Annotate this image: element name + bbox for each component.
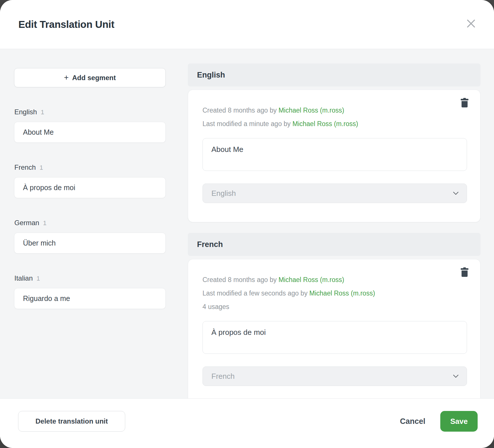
close-button[interactable]	[464, 17, 478, 30]
segment-detail-panels: English Created 8 months ago by Michael …	[188, 49, 481, 398]
panel-header-english: English	[188, 63, 481, 86]
segment-text-input-french[interactable]: À propos de moi	[202, 321, 467, 354]
language-select-english[interactable]: English	[202, 184, 467, 203]
segment-group-italian: Italian 1 Riguardo a me	[14, 274, 166, 309]
created-prefix: Created 8 months ago by	[202, 107, 277, 114]
modified-meta: Last modified a few seconds ago by Micha…	[202, 287, 467, 300]
segment-count-badge: 1	[43, 219, 47, 227]
panel-header-french: French	[188, 233, 481, 256]
segment-language-name: French	[14, 163, 36, 171]
segment-group-french: French 1 À propos de moi	[14, 163, 166, 198]
segment-count-badge: 1	[41, 109, 44, 116]
panel-language-title: French	[197, 240, 223, 249]
plus-icon: +	[64, 74, 69, 82]
created-meta: Created 8 months ago by Michael Ross (m.…	[202, 104, 467, 117]
created-meta: Created 8 months ago by Michael Ross (m.…	[202, 273, 467, 287]
segments-sidebar: + Add segment English 1 About Me French …	[14, 49, 166, 398]
trash-icon	[461, 98, 468, 108]
delete-translation-unit-button[interactable]: Delete translation unit	[18, 411, 125, 432]
segment-language-label: German 1	[14, 219, 166, 227]
segment-group-german: German 1 Über mich	[14, 219, 166, 254]
segment-language-label: English 1	[14, 108, 166, 116]
add-segment-button[interactable]: + Add segment	[14, 68, 166, 87]
language-select-value: French	[211, 372, 235, 381]
panel-card-french: Created 8 months ago by Michael Ross (m.…	[188, 259, 481, 398]
segment-count-badge: 1	[40, 164, 43, 171]
trash-icon	[461, 267, 468, 277]
language-select-french[interactable]: French	[202, 366, 467, 386]
dialog-title: Edit Translation Unit	[18, 19, 114, 30]
segment-item-french[interactable]: À propos de moi	[14, 177, 166, 198]
language-panel-french: French Created 8 months ago by Michael R…	[188, 233, 481, 398]
created-prefix: Created 8 months ago by	[202, 276, 277, 283]
chevron-down-icon	[453, 192, 459, 195]
modified-prefix: Last modified a few seconds ago by	[202, 289, 308, 297]
panel-card-english: Created 8 months ago by Michael Ross (m.…	[188, 90, 481, 222]
language-select-value: English	[211, 189, 236, 198]
created-user-link[interactable]: Michael Ross (m.ross)	[279, 276, 344, 283]
segment-item-german[interactable]: Über mich	[14, 233, 166, 254]
segment-value: À propos de moi	[23, 184, 75, 192]
usages-count: 4 usages	[202, 300, 467, 314]
modified-meta: Last modified a minute ago by Michael Ro…	[202, 117, 467, 131]
segment-value: Riguardo a me	[23, 294, 70, 303]
delete-segment-button[interactable]	[460, 98, 469, 109]
save-button[interactable]: Save	[440, 411, 478, 432]
modified-user-link[interactable]: Michael Ross (m.ross)	[292, 120, 358, 128]
segment-language-label: Italian 1	[14, 274, 166, 282]
segment-language-label: French 1	[14, 163, 166, 171]
dialog-body: + Add segment English 1 About Me French …	[0, 49, 494, 398]
segment-language-name: Italian	[14, 274, 33, 282]
segment-group-english: English 1 About Me	[14, 108, 166, 143]
language-panel-english: English Created 8 months ago by Michael …	[188, 63, 481, 222]
edit-translation-unit-dialog: Edit Translation Unit + Add segment Engl…	[0, 0, 494, 448]
segment-value: Über mich	[23, 239, 56, 247]
panel-language-title: English	[197, 71, 225, 80]
delete-segment-button[interactable]	[460, 267, 469, 279]
modified-prefix: Last modified a minute ago by	[202, 120, 291, 128]
segment-language-name: English	[14, 108, 37, 116]
segment-item-english[interactable]: About Me	[14, 122, 166, 143]
cancel-button[interactable]: Cancel	[394, 414, 431, 429]
dialog-header: Edit Translation Unit	[0, 0, 494, 49]
dialog-footer: Delete translation unit Cancel Save	[0, 398, 494, 448]
modified-user-link[interactable]: Michael Ross (m.ross)	[309, 289, 375, 297]
segment-count-badge: 1	[36, 275, 40, 282]
segment-item-italian[interactable]: Riguardo a me	[14, 288, 166, 309]
add-segment-label: Add segment	[72, 74, 116, 82]
segment-value: About Me	[23, 128, 54, 136]
close-icon	[466, 19, 476, 28]
chevron-down-icon	[453, 374, 459, 378]
segment-text-input-english[interactable]: About Me	[202, 138, 467, 171]
created-user-link[interactable]: Michael Ross (m.ross)	[279, 107, 344, 114]
segment-language-name: German	[14, 219, 39, 227]
